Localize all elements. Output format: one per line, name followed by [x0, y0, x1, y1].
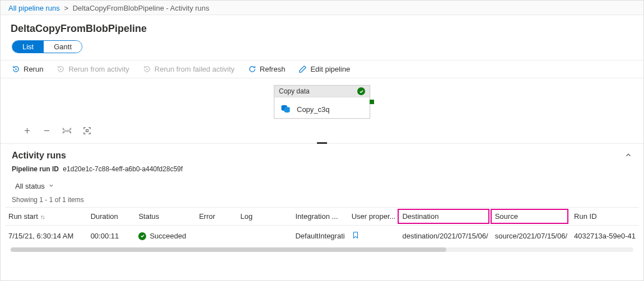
horizontal-scrollbar[interactable] — [11, 247, 633, 252]
col-error[interactable]: Error — [195, 208, 237, 226]
toolbar: Rerun Rerun from activity Rerun from fai… — [1, 60, 643, 78]
rerun-failed-icon — [143, 65, 151, 73]
col-run-id[interactable]: Run ID — [571, 208, 639, 226]
col-integration[interactable]: Integration ... — [292, 208, 348, 226]
rerun-button[interactable]: Rerun — [12, 65, 43, 73]
col-source[interactable]: Source — [492, 208, 571, 226]
rerun-from-failed-button: Rerun from failed activity — [143, 65, 235, 73]
svg-text:100%: 100% — [63, 129, 71, 133]
result-counter: Showing 1 - 1 of 1 items — [1, 196, 643, 207]
zoom-fit-button[interactable] — [83, 127, 91, 137]
status-filter-label: All status — [15, 182, 45, 190]
node-success-port — [370, 100, 374, 104]
col-destination[interactable]: Destination — [399, 208, 491, 226]
cell-run-id: 4032713a-59e0-41 — [571, 226, 639, 247]
col-run-start[interactable]: Run start↑↓ — [5, 208, 87, 226]
tab-gantt[interactable]: Gantt — [44, 41, 82, 53]
rerun-activity-icon — [57, 65, 65, 73]
resize-handle[interactable] — [317, 142, 327, 144]
cell-run-start: 7/15/21, 6:30:14 AM — [5, 226, 87, 247]
breadcrumb-current: DeltaCopyFromBlobPipeline - Activity run… — [73, 4, 209, 12]
node-body-label: Copy_c3q — [297, 105, 330, 114]
success-icon — [357, 87, 365, 95]
rerun-label: Rerun — [24, 65, 43, 73]
sort-icon: ↑↓ — [40, 213, 44, 220]
collapse-icon[interactable] — [624, 151, 632, 161]
col-user-props[interactable]: User proper... — [348, 208, 399, 226]
chevron-down-icon — [48, 182, 54, 190]
status-filter[interactable]: All status — [1, 180, 643, 196]
cell-source: source/2021/07/15/06/ — [492, 226, 571, 247]
node-header: Copy data — [274, 86, 370, 97]
scrollbar-thumb[interactable] — [11, 247, 446, 252]
view-tabs: List Gantt — [12, 40, 82, 53]
rerun-icon — [12, 65, 20, 73]
col-log[interactable]: Log — [237, 208, 292, 226]
refresh-label: Refresh — [260, 65, 286, 73]
table-row[interactable]: 7/15/21, 6:30:14 AM 00:00:11 Succeeded D… — [5, 226, 639, 247]
pipeline-node[interactable]: Copy data Copy_c3q — [274, 85, 370, 119]
node-header-label: Copy data — [279, 87, 310, 95]
col-status[interactable]: Status — [135, 208, 195, 226]
cell-status: Succeeded — [135, 226, 195, 247]
breadcrumb-parent-link[interactable]: All pipeline runs — [8, 4, 60, 12]
node-body: Copy_c3q — [274, 97, 370, 121]
breadcrumb-separator: > — [64, 4, 68, 12]
zoom-toolbar: 100% — [1, 123, 643, 144]
edit-label: Edit pipeline — [310, 65, 350, 73]
cell-integration: DefaultIntegrati — [292, 226, 348, 247]
rerun-failed-label: Rerun from failed activity — [155, 65, 235, 73]
cell-destination: destination/2021/07/15/06/ — [399, 226, 491, 247]
activity-runs-table: Run start↑↓ Duration Status Error Log In… — [1, 207, 643, 252]
cell-log — [237, 226, 292, 247]
zoom-reset-button[interactable]: 100% — [62, 127, 72, 137]
status-text: Succeeded — [150, 232, 186, 240]
table-header-row: Run start↑↓ Duration Status Error Log In… — [5, 208, 639, 226]
cell-error — [195, 226, 237, 247]
bookmark-icon — [352, 231, 360, 239]
zoom-out-button[interactable] — [43, 127, 51, 137]
tab-list[interactable]: List — [12, 41, 44, 53]
col-duration[interactable]: Duration — [87, 208, 136, 226]
pipeline-run-id: Pipeline run ID e1d20e1c-7c88-4eff-a6b0-… — [1, 163, 643, 180]
breadcrumb: All pipeline runs > DeltaCopyFromBlobPip… — [1, 1, 643, 15]
zoom-in-button[interactable] — [23, 127, 31, 137]
edit-icon — [298, 65, 307, 73]
refresh-button[interactable]: Refresh — [248, 65, 286, 73]
rerun-activity-label: Rerun from activity — [68, 65, 129, 73]
page-title: DeltaCopyFromBlobPipeline — [1, 15, 643, 40]
database-icon — [280, 103, 291, 116]
col-run-start-label: Run start — [8, 212, 38, 221]
svg-rect-3 — [86, 130, 88, 132]
pipeline-canvas[interactable]: Copy data Copy_c3q — [1, 78, 643, 123]
success-icon — [138, 232, 146, 240]
cell-duration: 00:00:11 — [87, 226, 136, 247]
run-id-value: e1d20e1c-7c88-4eff-a6b0-a440fd28c59f — [63, 165, 183, 173]
refresh-icon — [248, 65, 256, 73]
run-id-label: Pipeline run ID — [12, 165, 59, 173]
activity-runs-heading: Activity runs — [12, 151, 66, 161]
cell-user-props[interactable] — [348, 226, 399, 247]
edit-pipeline-button[interactable]: Edit pipeline — [298, 65, 350, 73]
rerun-from-activity-button: Rerun from activity — [57, 65, 129, 73]
